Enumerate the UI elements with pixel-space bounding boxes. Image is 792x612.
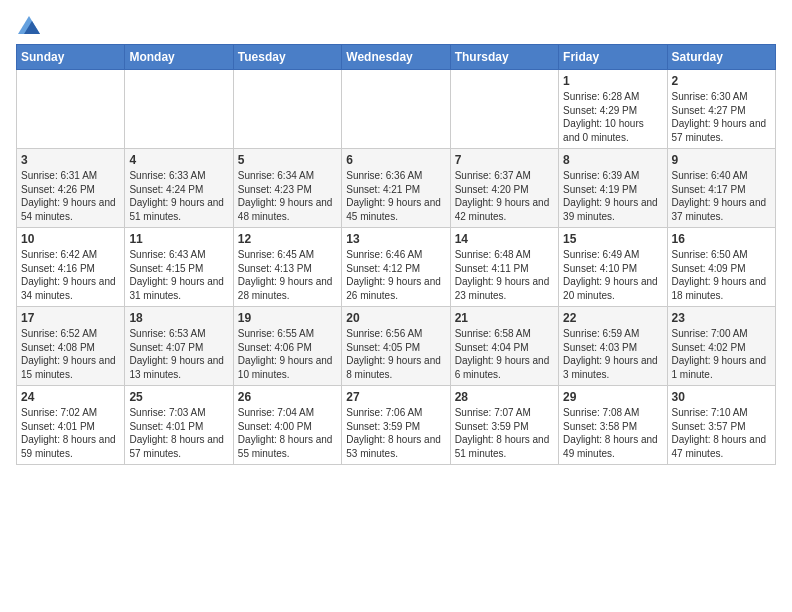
calendar-cell: 3Sunrise: 6:31 AM Sunset: 4:26 PM Daylig… [17, 149, 125, 228]
calendar-table: SundayMondayTuesdayWednesdayThursdayFrid… [16, 44, 776, 465]
day-number: 27 [346, 390, 445, 404]
logo [16, 16, 40, 34]
day-number: 16 [672, 232, 771, 246]
calendar-week-row: 17Sunrise: 6:52 AM Sunset: 4:08 PM Dayli… [17, 307, 776, 386]
calendar-day-header: Friday [559, 45, 667, 70]
day-number: 25 [129, 390, 228, 404]
calendar-day-header: Thursday [450, 45, 558, 70]
calendar-cell: 14Sunrise: 6:48 AM Sunset: 4:11 PM Dayli… [450, 228, 558, 307]
day-info: Sunrise: 6:39 AM Sunset: 4:19 PM Dayligh… [563, 169, 662, 223]
day-info: Sunrise: 6:59 AM Sunset: 4:03 PM Dayligh… [563, 327, 662, 381]
calendar-cell: 26Sunrise: 7:04 AM Sunset: 4:00 PM Dayli… [233, 386, 341, 465]
calendar-week-row: 24Sunrise: 7:02 AM Sunset: 4:01 PM Dayli… [17, 386, 776, 465]
day-info: Sunrise: 6:37 AM Sunset: 4:20 PM Dayligh… [455, 169, 554, 223]
calendar-cell: 17Sunrise: 6:52 AM Sunset: 4:08 PM Dayli… [17, 307, 125, 386]
day-number: 21 [455, 311, 554, 325]
calendar-cell [125, 70, 233, 149]
calendar-day-header: Wednesday [342, 45, 450, 70]
calendar-cell: 13Sunrise: 6:46 AM Sunset: 4:12 PM Dayli… [342, 228, 450, 307]
calendar-cell: 15Sunrise: 6:49 AM Sunset: 4:10 PM Dayli… [559, 228, 667, 307]
day-info: Sunrise: 7:06 AM Sunset: 3:59 PM Dayligh… [346, 406, 445, 460]
calendar-day-header: Sunday [17, 45, 125, 70]
calendar-cell: 6Sunrise: 6:36 AM Sunset: 4:21 PM Daylig… [342, 149, 450, 228]
calendar-cell: 20Sunrise: 6:56 AM Sunset: 4:05 PM Dayli… [342, 307, 450, 386]
calendar-week-row: 10Sunrise: 6:42 AM Sunset: 4:16 PM Dayli… [17, 228, 776, 307]
page-header [16, 16, 776, 34]
day-info: Sunrise: 6:42 AM Sunset: 4:16 PM Dayligh… [21, 248, 120, 302]
day-info: Sunrise: 6:46 AM Sunset: 4:12 PM Dayligh… [346, 248, 445, 302]
day-info: Sunrise: 7:07 AM Sunset: 3:59 PM Dayligh… [455, 406, 554, 460]
day-number: 26 [238, 390, 337, 404]
day-info: Sunrise: 6:31 AM Sunset: 4:26 PM Dayligh… [21, 169, 120, 223]
calendar-cell: 7Sunrise: 6:37 AM Sunset: 4:20 PM Daylig… [450, 149, 558, 228]
day-info: Sunrise: 6:55 AM Sunset: 4:06 PM Dayligh… [238, 327, 337, 381]
day-number: 11 [129, 232, 228, 246]
day-info: Sunrise: 6:30 AM Sunset: 4:27 PM Dayligh… [672, 90, 771, 144]
day-number: 23 [672, 311, 771, 325]
calendar-cell [450, 70, 558, 149]
calendar-cell: 12Sunrise: 6:45 AM Sunset: 4:13 PM Dayli… [233, 228, 341, 307]
day-info: Sunrise: 7:03 AM Sunset: 4:01 PM Dayligh… [129, 406, 228, 460]
calendar-day-header: Saturday [667, 45, 775, 70]
day-number: 15 [563, 232, 662, 246]
day-info: Sunrise: 7:08 AM Sunset: 3:58 PM Dayligh… [563, 406, 662, 460]
calendar-cell [342, 70, 450, 149]
calendar-cell: 16Sunrise: 6:50 AM Sunset: 4:09 PM Dayli… [667, 228, 775, 307]
calendar-cell [17, 70, 125, 149]
day-number: 30 [672, 390, 771, 404]
calendar-header-row: SundayMondayTuesdayWednesdayThursdayFrid… [17, 45, 776, 70]
day-number: 28 [455, 390, 554, 404]
day-number: 12 [238, 232, 337, 246]
calendar-cell: 19Sunrise: 6:55 AM Sunset: 4:06 PM Dayli… [233, 307, 341, 386]
day-info: Sunrise: 6:40 AM Sunset: 4:17 PM Dayligh… [672, 169, 771, 223]
day-number: 5 [238, 153, 337, 167]
day-info: Sunrise: 6:36 AM Sunset: 4:21 PM Dayligh… [346, 169, 445, 223]
day-number: 3 [21, 153, 120, 167]
calendar-cell: 9Sunrise: 6:40 AM Sunset: 4:17 PM Daylig… [667, 149, 775, 228]
calendar-cell: 4Sunrise: 6:33 AM Sunset: 4:24 PM Daylig… [125, 149, 233, 228]
calendar-cell: 8Sunrise: 6:39 AM Sunset: 4:19 PM Daylig… [559, 149, 667, 228]
day-info: Sunrise: 6:58 AM Sunset: 4:04 PM Dayligh… [455, 327, 554, 381]
day-number: 24 [21, 390, 120, 404]
calendar-cell: 21Sunrise: 6:58 AM Sunset: 4:04 PM Dayli… [450, 307, 558, 386]
day-number: 9 [672, 153, 771, 167]
calendar-cell: 5Sunrise: 6:34 AM Sunset: 4:23 PM Daylig… [233, 149, 341, 228]
day-info: Sunrise: 6:52 AM Sunset: 4:08 PM Dayligh… [21, 327, 120, 381]
calendar-cell: 24Sunrise: 7:02 AM Sunset: 4:01 PM Dayli… [17, 386, 125, 465]
day-number: 22 [563, 311, 662, 325]
day-info: Sunrise: 6:45 AM Sunset: 4:13 PM Dayligh… [238, 248, 337, 302]
day-number: 20 [346, 311, 445, 325]
day-info: Sunrise: 6:53 AM Sunset: 4:07 PM Dayligh… [129, 327, 228, 381]
day-number: 1 [563, 74, 662, 88]
day-number: 10 [21, 232, 120, 246]
calendar-cell: 29Sunrise: 7:08 AM Sunset: 3:58 PM Dayli… [559, 386, 667, 465]
day-number: 17 [21, 311, 120, 325]
day-number: 13 [346, 232, 445, 246]
day-number: 29 [563, 390, 662, 404]
calendar-cell: 22Sunrise: 6:59 AM Sunset: 4:03 PM Dayli… [559, 307, 667, 386]
calendar-cell: 10Sunrise: 6:42 AM Sunset: 4:16 PM Dayli… [17, 228, 125, 307]
calendar-cell: 11Sunrise: 6:43 AM Sunset: 4:15 PM Dayli… [125, 228, 233, 307]
day-number: 7 [455, 153, 554, 167]
day-info: Sunrise: 6:43 AM Sunset: 4:15 PM Dayligh… [129, 248, 228, 302]
calendar-cell: 2Sunrise: 6:30 AM Sunset: 4:27 PM Daylig… [667, 70, 775, 149]
day-number: 8 [563, 153, 662, 167]
calendar-week-row: 1Sunrise: 6:28 AM Sunset: 4:29 PM Daylig… [17, 70, 776, 149]
day-info: Sunrise: 7:00 AM Sunset: 4:02 PM Dayligh… [672, 327, 771, 381]
day-info: Sunrise: 7:04 AM Sunset: 4:00 PM Dayligh… [238, 406, 337, 460]
calendar-week-row: 3Sunrise: 6:31 AM Sunset: 4:26 PM Daylig… [17, 149, 776, 228]
calendar-cell: 30Sunrise: 7:10 AM Sunset: 3:57 PM Dayli… [667, 386, 775, 465]
calendar-cell: 18Sunrise: 6:53 AM Sunset: 4:07 PM Dayli… [125, 307, 233, 386]
calendar-cell: 1Sunrise: 6:28 AM Sunset: 4:29 PM Daylig… [559, 70, 667, 149]
day-info: Sunrise: 6:50 AM Sunset: 4:09 PM Dayligh… [672, 248, 771, 302]
day-info: Sunrise: 6:48 AM Sunset: 4:11 PM Dayligh… [455, 248, 554, 302]
calendar-day-header: Tuesday [233, 45, 341, 70]
day-number: 2 [672, 74, 771, 88]
day-info: Sunrise: 6:33 AM Sunset: 4:24 PM Dayligh… [129, 169, 228, 223]
day-info: Sunrise: 6:34 AM Sunset: 4:23 PM Dayligh… [238, 169, 337, 223]
day-number: 6 [346, 153, 445, 167]
calendar-cell [233, 70, 341, 149]
day-number: 18 [129, 311, 228, 325]
day-number: 19 [238, 311, 337, 325]
day-number: 14 [455, 232, 554, 246]
